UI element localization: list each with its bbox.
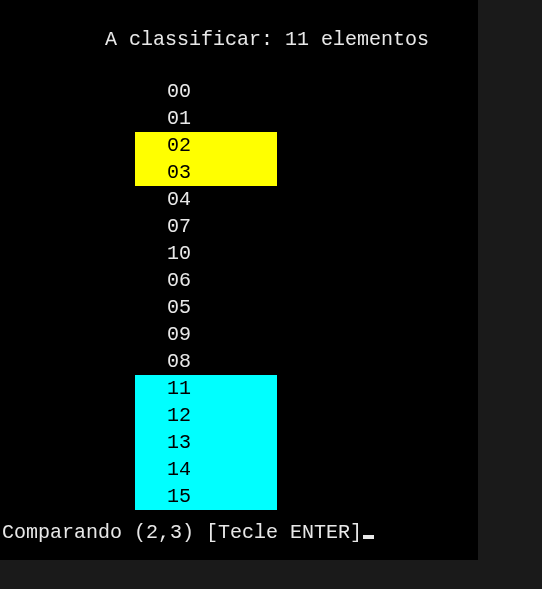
list-item: 10: [135, 240, 277, 267]
list-item: 06: [135, 267, 277, 294]
cursor-icon: [363, 535, 374, 539]
status-prefix: Comparando: [2, 521, 134, 544]
list-item: 01: [135, 105, 277, 132]
header-prefix: A classificar:: [105, 28, 285, 51]
list-item: 14: [135, 456, 277, 483]
terminal-window: A classificar: 11 elementos 00 01 02 03 …: [0, 0, 478, 560]
list-item: 12: [135, 402, 277, 429]
list-item: 05: [135, 294, 277, 321]
list-item: 07: [135, 213, 277, 240]
list-item: 03: [135, 159, 277, 186]
list-item: 13: [135, 429, 277, 456]
header-suffix: elementos: [309, 28, 429, 51]
header-count: 11: [285, 28, 309, 51]
list-item: 00: [135, 78, 277, 105]
status-line[interactable]: Comparando (2,3) [Tecle ENTER]: [2, 521, 374, 544]
list-item: 09: [135, 321, 277, 348]
list-item: 04: [135, 186, 277, 213]
list-item: 08: [135, 348, 277, 375]
list-item: 02: [135, 132, 277, 159]
status-suffix: [Tecle ENTER]: [194, 521, 362, 544]
list-item: 11: [135, 375, 277, 402]
list-item: 15: [135, 483, 277, 510]
header-text: A classificar: 11 elementos: [105, 28, 429, 51]
element-list: 00 01 02 03 04 07 10 06 05 09 08 11 12 1…: [135, 78, 277, 510]
status-pair: (2,3): [134, 521, 194, 544]
